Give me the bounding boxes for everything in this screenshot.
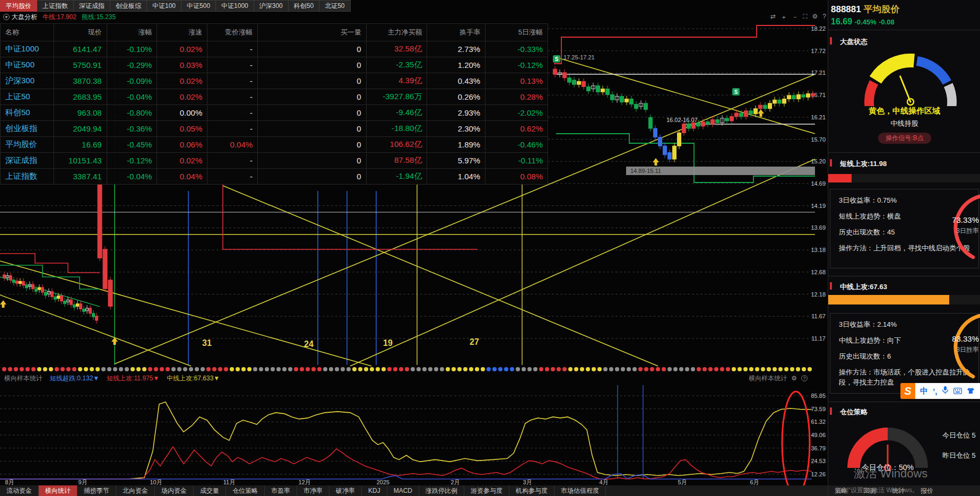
index-tab-3[interactable]: 创业板综 [110, 0, 147, 12]
column-header[interactable]: 主力净买额 [366, 24, 427, 41]
yesterday-position-row: 昨日仓位 5 [942, 451, 976, 460]
column-header[interactable]: 换手率 [427, 24, 485, 41]
index-name-cell[interactable]: 科创50 [1, 105, 54, 120]
index-tab-5[interactable]: 中证500 [181, 0, 216, 12]
swap-icon[interactable]: ⇄ [770, 13, 776, 22]
help-icon[interactable]: ? [801, 375, 808, 381]
indicator-tab-10[interactable]: KDJ [362, 485, 387, 496]
indicator-tab-2[interactable]: 捕捞季节 [77, 485, 116, 496]
value-cell: -18.80亿 [366, 121, 427, 136]
index-tab-9[interactable]: 北证50 [319, 0, 350, 12]
column-header[interactable]: 涨幅 [107, 24, 157, 41]
bull-line-value: 牛线:17.902 [42, 13, 76, 22]
table-row[interactable]: 平均股价16.69-0.45%0.06%0.04%0106.62亿1.89%-0… [1, 136, 548, 152]
svg-text:6月: 6月 [750, 479, 759, 485]
svg-text:14.89-15.11: 14.89-15.11 [630, 168, 661, 174]
indicator-tab-6[interactable]: 仓位策略 [226, 485, 265, 496]
value-cell: 2049.94 [54, 121, 107, 136]
mid-attack-title: 中线上攻:67.63 [840, 282, 887, 292]
index-name-cell[interactable]: 上证指数 [1, 169, 54, 184]
table-row[interactable]: 沪深3003870.38-0.09%0.02%-04.39亿0.43%0.13% [1, 73, 548, 89]
svg-text:12.18: 12.18 [811, 291, 826, 298]
indicator-tab-8[interactable]: 市净率 [297, 485, 329, 496]
index-name-cell[interactable]: 创业板指 [1, 121, 54, 136]
column-header[interactable]: 名称 [1, 24, 54, 41]
mid-attack-bar [828, 295, 980, 304]
zoom-in-icon[interactable]: ＋ [780, 13, 787, 22]
column-header[interactable]: 涨速 [157, 24, 207, 41]
table-row[interactable]: 科创50963.08-0.80%0.00%-0-9.46亿2.93%-2.02% [1, 105, 548, 120]
value-cell: 1.89% [427, 137, 485, 152]
table-row[interactable]: 创业板指2049.94-0.36%0.05%-0-18.80亿2.30%0.62… [1, 120, 548, 136]
table-row[interactable]: 上证指数3387.41-0.04%0.04%-0-1.94亿1.04%0.08% [1, 168, 548, 184]
skin-icon[interactable] [967, 387, 975, 396]
stock-change-abs: -0.08 [879, 18, 895, 26]
help-icon[interactable]: ? [822, 13, 826, 22]
indicator-tab-12[interactable]: 涨跌停比例 [419, 485, 464, 496]
gear-icon[interactable]: ⚙ [812, 13, 818, 22]
index-name-cell[interactable]: 深证成指 [1, 153, 54, 168]
market-analysis-dropdown[interactable]: ▼ 大盘分析 [3, 13, 37, 22]
indicator-tab-9[interactable]: 破净率 [329, 485, 362, 496]
indicator-tab-7[interactable]: 市盈率 [265, 485, 297, 496]
zoom-out-icon[interactable]: － [792, 13, 798, 22]
column-header[interactable]: 竞价涨幅 [207, 24, 257, 41]
value-cell: 0.02% [157, 73, 207, 89]
index-tab-8[interactable]: 科创50 [289, 0, 319, 12]
indicator-tab-0[interactable]: 流动资金 [0, 485, 39, 496]
value-cell: 1.20% [427, 57, 485, 73]
indicator-tab-3[interactable]: 北向资金 [116, 485, 155, 496]
value-cell: 0 [257, 41, 366, 57]
mic-icon[interactable] [942, 386, 949, 396]
index-tab-2[interactable]: 深证成指 [74, 0, 110, 12]
indicator-tab-4[interactable]: 场内资金 [155, 485, 194, 496]
value-cell: 3387.41 [54, 169, 107, 184]
svg-text:11.17: 11.17 [811, 335, 826, 342]
indicator-tab-1[interactable]: 横向统计 [39, 485, 77, 496]
indicator-tab-14[interactable]: 机构参与度 [509, 485, 554, 496]
index-name-cell[interactable]: 上证50 [1, 89, 54, 105]
signal-pill-button[interactable]: 操作信号:B点 [878, 133, 931, 144]
svg-text:15.20: 15.20 [811, 158, 826, 164]
table-row[interactable]: 中证5005750.91-0.29%0.03%-0-2.35亿1.20%-0.1… [1, 57, 548, 73]
column-header[interactable]: 买一量 [257, 24, 366, 41]
column-header[interactable]: 5日涨幅 [485, 24, 548, 41]
gear-icon[interactable]: ⚙ [791, 375, 797, 382]
market-state-title: 大盘状态 [840, 37, 868, 47]
index-tab-7[interactable]: 沪深300 [254, 0, 289, 12]
indicator-tab-15[interactable]: 市场估值程度 [554, 485, 606, 496]
index-tab-1[interactable]: 上证指数 [37, 0, 74, 12]
indicator-tab-11[interactable]: MACD [387, 485, 419, 496]
market-advice: 中线持股 [828, 119, 980, 128]
value-cell: 0 [257, 169, 366, 184]
index-name-cell[interactable]: 平均股价 [1, 137, 54, 152]
sogou-logo[interactable]: S [900, 383, 915, 399]
table-row[interactable]: 上证502683.95-0.04%0.02%-0-3927.86万0.26%0.… [1, 89, 548, 105]
column-header[interactable]: 现价 [54, 24, 107, 41]
section-tick [830, 282, 832, 290]
index-name-cell[interactable]: 中证1000 [1, 41, 54, 57]
keyboard-icon[interactable] [953, 387, 962, 396]
table-row[interactable]: 深证成指10151.43-0.12%0.02%-087.58亿5.97%-0.1… [1, 152, 548, 168]
short-attack-bar [828, 174, 980, 182]
fullscreen-icon[interactable]: ⛶ [803, 13, 807, 22]
svg-text:31: 31 [202, 338, 212, 347]
value-cell: 0.43% [427, 73, 485, 89]
lang-toggle[interactable]: 中 [920, 386, 928, 396]
tone-icon[interactable]: ’, [933, 387, 937, 396]
index-tab-0[interactable]: 平均股价 [0, 0, 37, 12]
table-row[interactable]: 中证10006141.47-0.10%0.02%-032.58亿2.73%-0.… [1, 41, 548, 57]
sidebar-tab-3[interactable]: 报价 [921, 486, 933, 495]
value-cell: 0.00% [157, 105, 207, 120]
value-cell: - [207, 73, 257, 89]
indicator-tab-5[interactable]: 成交量 [194, 485, 226, 496]
svg-text:12月: 12月 [298, 479, 310, 485]
indicator-tab-13[interactable]: 游资参与度 [464, 485, 509, 496]
index-name-cell[interactable]: 沪深300 [1, 73, 54, 89]
index-tab-4[interactable]: 中证100 [147, 0, 181, 12]
value-cell: 963.08 [54, 105, 107, 120]
svg-text:S: S [555, 56, 559, 62]
index-tab-6[interactable]: 中证1000 [216, 0, 254, 12]
value-cell: 16.69 [54, 137, 107, 152]
index-name-cell[interactable]: 中证500 [1, 57, 54, 73]
